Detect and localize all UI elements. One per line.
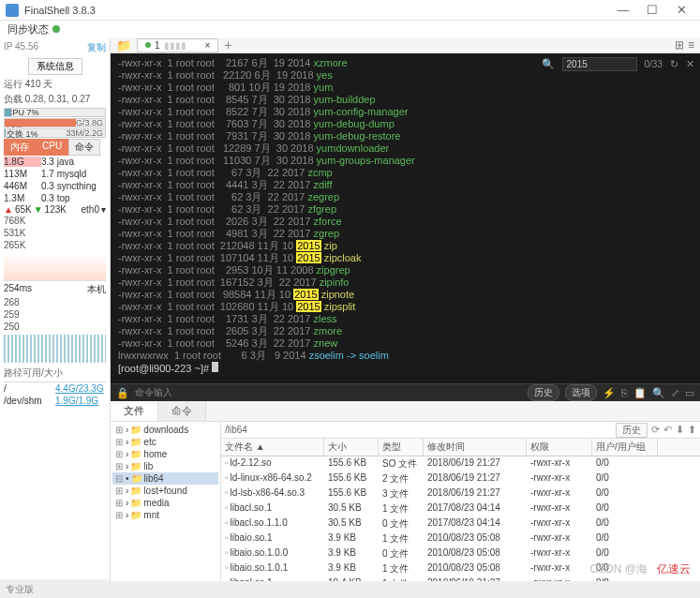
tree-node[interactable]: ⊞›📁media (112, 497, 218, 509)
tab-cpu[interactable]: CPU (36, 139, 68, 156)
watermark-yisu: 亿速云 (657, 562, 691, 576)
system-info-button[interactable]: 系统信息 (28, 58, 82, 75)
ping-sparkline (4, 335, 106, 363)
uptime-text: 运行 410 天 (4, 77, 106, 92)
terminal-line: -rwxr-xr-x 1 root root 4981 3月 22 2017 z… (118, 228, 693, 240)
tree-node[interactable]: ⊞›📁mnt (112, 509, 218, 521)
terminal-line: -rwxr-xr-x 1 root root 801 10月 19 2018 y… (118, 82, 693, 94)
net-scale: 265K (4, 239, 106, 251)
ping-ms: 254ms (4, 283, 32, 296)
swap-pct: 1% (26, 129, 38, 139)
back-icon[interactable]: ↶ (663, 424, 672, 436)
file-row[interactable]: ▫ld-lsb-x86-64.so.3155.6 KB3 文件2018/06/1… (221, 486, 700, 501)
col-name[interactable]: 文件名 ▲ (221, 439, 324, 456)
file-row[interactable]: ▫ld-linux-x86-64.so.2155.6 KB2 文件2018/06… (221, 471, 700, 486)
watermark-csdn: CSDN @海 (589, 562, 648, 576)
terminal-line: -rwxr-xr-x 1 root root 4441 3月 22 2017 z… (118, 179, 693, 191)
sync-status-icon (52, 25, 60, 33)
col-mtime[interactable]: 修改时间 (424, 439, 527, 456)
layout-icon[interactable]: ≡ (688, 38, 694, 52)
terminal[interactable]: 🔍 0/33 ↻ ✕ -rwxr-xr-x 1 root root 2167 6… (111, 53, 700, 383)
net-down-icon: ▼ (34, 204, 43, 215)
search-counter: 0/33 (645, 59, 663, 69)
bolt-icon[interactable]: ⚡ (603, 387, 616, 399)
terminal-line: -rwxr-xr-x 1 root root 12289 7月 30 2018 … (118, 142, 693, 155)
paste-icon[interactable]: 📋 (633, 387, 647, 399)
tab-files[interactable]: 文件 (111, 401, 158, 421)
tree-node[interactable]: ⊞›📁home (112, 448, 218, 460)
ping-scale: 250 (4, 321, 106, 333)
lock-icon[interactable]: 🔒 (116, 387, 129, 399)
tab-mem[interactable]: 内存 (4, 139, 36, 156)
disk-hdr-path: 路径 (4, 366, 22, 380)
file-row[interactable]: ▫libaio.so.1.0.03.9 KB0 文件2010/08/23 05:… (221, 546, 700, 561)
grid-icon[interactable]: ⊞ (675, 38, 684, 52)
path-history-button[interactable]: 历史 (616, 423, 648, 438)
tab-commands[interactable]: 命令 (158, 401, 206, 421)
terminal-line: -rwxr-xr-x 1 root root 62 3月 22 2017 zeg… (118, 191, 693, 203)
disk-hdr-size: 可用/大小 (22, 366, 63, 380)
proc-row: 1.8G3.3 java (4, 156, 106, 168)
terminal-line: -rwxr-xr-x 1 root root 62 3月 22 2017 zfg… (118, 203, 693, 216)
ping-scale: 268 (4, 296, 106, 308)
tree-node[interactable]: ⊞›📁etc (112, 436, 218, 448)
file-row[interactable]: ▫libacl.so.1.1.030.5 KB0 文件2017/08/23 04… (221, 516, 700, 531)
file-row[interactable]: ▫libacl.so.130.5 KB1 文件2017/08/23 04:14-… (221, 501, 700, 516)
tab-cmd[interactable]: 命令 (68, 139, 100, 156)
session-tab[interactable]: 1▮▮▮▮× (137, 38, 218, 52)
status-dot-icon (145, 42, 151, 48)
screen-icon[interactable]: ▭ (685, 387, 694, 399)
search-next-icon[interactable]: ↻ (670, 58, 678, 70)
cmd-input-label[interactable]: 命令输入 (135, 386, 522, 399)
proc-row: 1.3M0.3 top (4, 192, 106, 204)
tab-label: 1 (155, 40, 160, 51)
disk-row: /dev/shm1.9G/1.9G (4, 395, 106, 407)
ping-scale: 259 (4, 308, 106, 321)
proc-tabs: 内存 CPU 命令 (4, 139, 106, 156)
maximize-button[interactable]: ☐ (639, 3, 665, 17)
edition-label: 专业版 (6, 583, 34, 596)
col-own[interactable]: 用户/用户组 (592, 439, 658, 456)
terminal-line: -rwxr-xr-x 1 root root 67 3月 22 2017 zcm… (118, 167, 693, 179)
net-sparkline (4, 253, 106, 281)
file-row[interactable]: ▫ld-2.12.so155.6 KBSO 文件2018/06/19 21:27… (221, 456, 700, 471)
col-size[interactable]: 大小 (324, 439, 379, 456)
download-icon[interactable]: ⬇ (676, 424, 684, 436)
terminal-line: -rwxr-xr-x 1 root root 2026 3月 22 2017 z… (118, 216, 693, 228)
search2-icon[interactable]: 🔍 (652, 387, 665, 399)
terminal-prompt[interactable]: [root@li900-223 ~]# (118, 362, 693, 375)
load-text: 负载 0.28, 0.31, 0.27 (4, 92, 106, 107)
search-close-icon[interactable]: ✕ (686, 58, 694, 70)
search-icon[interactable]: 🔍 (542, 58, 555, 70)
search-input[interactable] (562, 57, 637, 71)
upload-icon[interactable]: ⬆ (688, 424, 696, 436)
net-scale: 768K (4, 215, 106, 227)
copy-link[interactable]: 复制 (87, 41, 106, 54)
folder-icon[interactable]: 📁 (116, 38, 131, 52)
terminal-line: -rwxr-xr-x 1 root root 212048 11月 10 201… (118, 240, 693, 252)
sync-label: 同步状态 (7, 22, 49, 37)
terminal-line: -rwxr-xr-x 1 root root 8545 7月 30 2018 y… (118, 94, 693, 106)
net-dropdown-icon[interactable]: ▾ (101, 204, 106, 215)
expand-icon[interactable]: ⤢ (671, 387, 679, 399)
col-perm[interactable]: 权限 (527, 439, 592, 456)
options-button[interactable]: 选项 (565, 384, 597, 401)
terminal-line: lrwxrwxrwx 1 root root 6 3月 9 2014 zsoel… (118, 350, 693, 362)
copy-icon[interactable]: ⎘ (621, 387, 628, 399)
ping-host: 本机 (87, 283, 106, 296)
file-row[interactable]: ▫libaio.so.13.9 KB1 文件2010/08/23 05:08-r… (221, 531, 700, 546)
tree-node[interactable]: ⊞›📁lib (112, 460, 218, 472)
ip-label: IP 45.56 (4, 41, 38, 54)
tab-close-icon[interactable]: × (205, 40, 211, 51)
col-type[interactable]: 类型 (379, 439, 424, 456)
add-tab-button[interactable]: + (224, 37, 231, 52)
tree-node[interactable]: ⊟•📁lib64 (112, 472, 218, 485)
tree-node[interactable]: ⊞›📁lost+found (112, 485, 218, 497)
swap-used: 33M/2.2G (66, 128, 103, 138)
path-text[interactable]: /lib64 (225, 425, 247, 435)
close-button[interactable]: ✕ (668, 3, 694, 17)
history-button[interactable]: 历史 (528, 384, 559, 401)
minimize-button[interactable]: — (610, 3, 636, 17)
tree-node[interactable]: ⊞›📁downloads (112, 424, 218, 436)
refresh-icon[interactable]: ⟳ (651, 424, 660, 436)
